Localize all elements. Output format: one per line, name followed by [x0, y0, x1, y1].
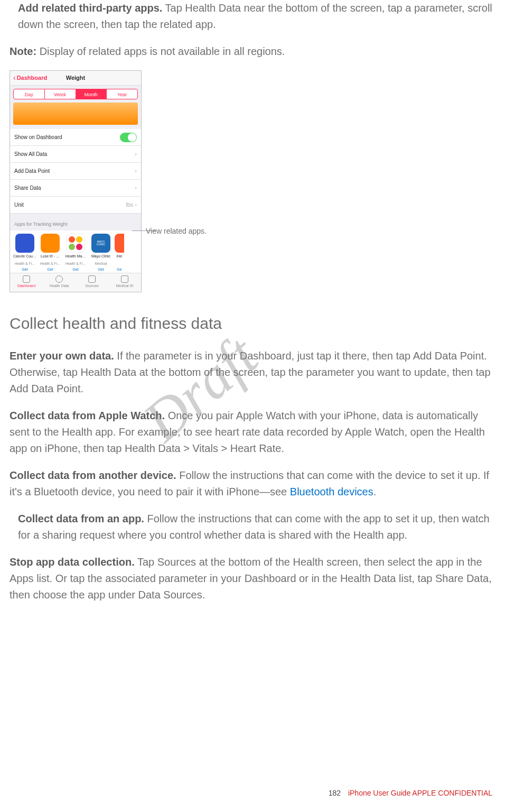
para-bold: Collect data from an app. [18, 513, 144, 524]
app-category [115, 262, 124, 266]
tab-health-data[interactable]: Health Data [43, 273, 76, 292]
tab-bar: Dashboard Health Data Sources Medical ID [10, 273, 141, 292]
row-show-dashboard[interactable]: Show on Dashboard [10, 129, 141, 146]
seg-day[interactable]: Day [14, 89, 45, 99]
page-footer: 182 iPhone User Guide APPLE CONFIDENTIAL [329, 788, 492, 799]
app-name: Calorie Cou… [13, 254, 36, 262]
tab-sources[interactable]: Sources [76, 273, 108, 292]
row-label: Unit [14, 201, 24, 209]
phone-frame: ‹ Dashboard Weight Day Week Month Year S… [10, 70, 142, 292]
note-bold: Note: [10, 45, 36, 57]
page-number: 182 [329, 789, 341, 797]
seg-month[interactable]: Month [76, 89, 107, 99]
app-card[interactable]: iHe Ge [115, 234, 124, 273]
chevron-right-icon: › [135, 150, 137, 159]
dashboard-icon [23, 275, 30, 283]
app-name: Mayo Clinic [89, 254, 113, 262]
row-label: Show All Data [14, 150, 47, 159]
app-card[interactable]: Calorie Cou… Health & Fi… Get [13, 234, 36, 273]
enter-own-data-paragraph: Enter your own data. If the parameter is… [10, 348, 495, 397]
nav-bar: ‹ Dashboard Weight [10, 71, 141, 86]
apps-section-label: Apps for Tracking Weight [10, 214, 141, 230]
intro-bold: Add related third-party apps. [18, 2, 162, 14]
app-icon [15, 234, 34, 253]
app-icon [66, 234, 85, 253]
get-button[interactable]: Ge [115, 267, 124, 273]
tab-dashboard[interactable]: Dashboard [10, 273, 43, 292]
app-icon: MAYOCLINIC [91, 234, 110, 253]
stop-collection-paragraph: Stop app data collection. Tap Sources at… [10, 554, 495, 603]
chevron-right-icon: › [135, 183, 137, 192]
para-bold: Enter your own data. [10, 350, 114, 362]
app-card[interactable]: MAYOCLINIC Mayo Clinic Medical Get [89, 234, 113, 273]
app-category: Health & Fi… [64, 262, 87, 266]
another-device-paragraph: Collect data from another device. Follow… [10, 467, 495, 500]
note-paragraph: Note: Display of related apps is not ava… [10, 43, 495, 60]
tab-medical-id[interactable]: Medical ID [108, 273, 141, 292]
app-name: Lose It! - … [39, 254, 62, 262]
section-heading: Collect health and fitness data [10, 311, 495, 336]
health-screenshot: ‹ Dashboard Weight Day Week Month Year S… [10, 70, 253, 298]
nav-title: Weight [10, 73, 141, 82]
sources-icon [88, 275, 96, 283]
intro-paragraph: Add related third-party apps. Tap Health… [10, 0, 495, 33]
app-card[interactable]: Lose It! - … Health & Fi… Get [39, 234, 62, 273]
para-bold: Stop app data collection. [10, 556, 135, 568]
para-bold: Collect data from another device. [10, 469, 176, 481]
app-name: Health Ma… [64, 254, 87, 262]
callout-label: View related apps. [146, 226, 207, 237]
weight-chart [13, 103, 138, 125]
seg-week[interactable]: Week [45, 89, 76, 99]
para-text-end: . [373, 486, 377, 497]
row-share-data[interactable]: Share Data › [10, 180, 141, 197]
note-text: Display of related apps is not available… [36, 45, 285, 57]
dashboard-toggle[interactable] [120, 133, 137, 142]
row-show-all-data[interactable]: Show All Data › [10, 146, 141, 163]
app-icon [41, 234, 60, 253]
get-button[interactable]: Get [13, 267, 36, 273]
seg-year[interactable]: Year [107, 89, 137, 99]
unit-value: lbs › [126, 200, 137, 209]
app-category: Medical [89, 262, 113, 266]
health-data-icon [55, 275, 63, 283]
app-card[interactable]: Health Ma… Health & Fi… Get [64, 234, 87, 273]
app-category: Health & Fi… [13, 262, 36, 266]
app-icon [115, 234, 124, 253]
medical-id-icon [121, 275, 128, 283]
row-label: Show on Dashboard [14, 133, 62, 142]
apple-watch-paragraph: Collect data from Apple Watch. Once you … [10, 408, 495, 457]
row-add-data-point[interactable]: Add Data Point › [10, 163, 141, 180]
get-button[interactable]: Get [89, 267, 113, 273]
row-unit[interactable]: Unit lbs › [10, 197, 141, 214]
para-bold: Collect data from Apple Watch. [10, 410, 165, 421]
app-category: Health & Fi… [39, 262, 62, 266]
row-label: Add Data Point [14, 167, 50, 176]
app-name: iHe [115, 254, 124, 262]
related-apps-row: Calorie Cou… Health & Fi… Get Lose It! -… [10, 230, 141, 273]
bluetooth-devices-link[interactable]: Bluetooth devices [290, 486, 373, 497]
get-button[interactable]: Get [64, 267, 87, 273]
chevron-right-icon: › [135, 167, 137, 176]
row-label: Share Data [14, 184, 41, 192]
footer-text: iPhone User Guide APPLE CONFIDENTIAL [348, 789, 492, 797]
time-segmented-control[interactable]: Day Week Month Year [13, 89, 138, 99]
collect-from-app-paragraph: Collect data from an app. Follow the ins… [10, 511, 495, 543]
get-button[interactable]: Get [39, 267, 62, 273]
